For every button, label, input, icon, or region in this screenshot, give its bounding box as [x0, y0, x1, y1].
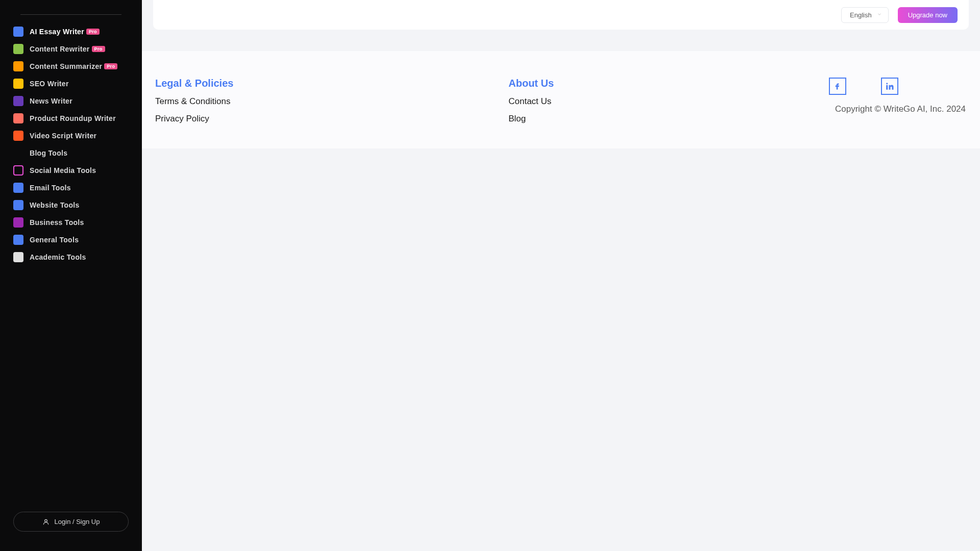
sidebar-item-business-tools[interactable]: Business Tools	[9, 214, 133, 231]
footer: Legal & Policies Terms & Conditions Priv…	[142, 51, 980, 148]
pro-badge: Pro	[86, 29, 100, 35]
sidebar-item-email-tools[interactable]: Email Tools	[9, 179, 133, 196]
email-icon	[13, 183, 23, 193]
main-content: English Upgrade now Legal & Policies Ter…	[142, 0, 980, 551]
sidebar-item-label: News Writer	[30, 97, 72, 105]
svg-point-2	[886, 83, 888, 84]
sidebar-item-academic-tools[interactable]: Academic Tools	[9, 248, 133, 266]
sidebar-item-label: Social Media Tools	[30, 166, 96, 174]
sidebar-item-seo-writer[interactable]: SEO Writer	[9, 75, 133, 92]
rewriter-icon	[13, 44, 23, 54]
footer-legal-heading: Legal & Policies	[155, 78, 233, 89]
footer-legal-column: Legal & Policies Terms & Conditions Priv…	[155, 78, 233, 124]
sidebar-item-ai-essay-writer[interactable]: AI Essay WriterPro	[9, 23, 133, 40]
svg-rect-1	[886, 85, 888, 90]
footer-right-column: Copyright © WriteGo AI, Inc. 2024	[829, 78, 966, 124]
sidebar-item-general-tools[interactable]: General Tools	[9, 231, 133, 248]
user-icon	[42, 518, 50, 525]
essay-icon	[13, 27, 23, 37]
seo-icon	[13, 79, 23, 89]
video-icon	[13, 131, 23, 141]
sidebar-footer: Login / Sign Up	[0, 512, 142, 551]
academic-icon	[13, 252, 23, 262]
footer-link-contact[interactable]: Contact Us	[508, 96, 554, 107]
copyright-text: Copyright © WriteGo AI, Inc. 2024	[835, 104, 966, 114]
upgrade-label: Upgrade now	[908, 11, 947, 19]
sidebar-item-label: Content Summarizer	[30, 62, 102, 70]
language-selector[interactable]: English	[841, 7, 889, 23]
sidebar-item-website-tools[interactable]: Website Tools	[9, 196, 133, 214]
language-selected: English	[850, 11, 872, 19]
footer-link-privacy[interactable]: Privacy Policy	[155, 114, 233, 124]
pro-badge: Pro	[92, 46, 105, 52]
upgrade-button[interactable]: Upgrade now	[898, 7, 958, 23]
sidebar-item-product-roundup-writer[interactable]: Product Roundup Writer	[9, 110, 133, 127]
sidebar-item-label: Academic Tools	[30, 253, 86, 261]
sidebar-item-label: Website Tools	[30, 201, 80, 209]
sidebar-divider	[20, 14, 121, 15]
news-icon	[13, 96, 23, 106]
sidebar-item-news-writer[interactable]: News Writer	[9, 92, 133, 110]
website-icon	[13, 200, 23, 210]
facebook-icon[interactable]	[829, 78, 846, 95]
sidebar-item-label: Blog Tools	[30, 149, 67, 157]
sidebar-item-video-script-writer[interactable]: Video Script Writer	[9, 127, 133, 144]
footer-about-column: About Us Contact Us Blog	[508, 78, 554, 124]
login-button[interactable]: Login / Sign Up	[13, 512, 129, 532]
linkedin-icon[interactable]	[881, 78, 898, 95]
footer-about-heading: About Us	[508, 78, 554, 89]
pro-badge: Pro	[104, 63, 117, 69]
sidebar-item-social-media-tools[interactable]: Social Media Tools	[9, 162, 133, 179]
summarizer-icon	[13, 61, 23, 71]
sidebar-item-label: AI Essay Writer	[30, 28, 84, 36]
footer-link-blog[interactable]: Blog	[508, 114, 554, 124]
blog-icon	[13, 148, 23, 158]
svg-point-0	[44, 519, 47, 522]
sidebar-item-label: Content Rewriter	[30, 45, 90, 53]
social-icons	[829, 78, 966, 95]
sidebar-item-blog-tools[interactable]: Blog Tools	[9, 144, 133, 162]
header-card: English Upgrade now	[153, 0, 969, 30]
product-icon	[13, 113, 23, 123]
sidebar-nav: AI Essay WriterProContent RewriterProCon…	[0, 23, 142, 512]
sidebar-item-content-rewriter[interactable]: Content RewriterPro	[9, 40, 133, 58]
chevron-down-icon	[877, 12, 882, 18]
sidebar: AI Essay WriterProContent RewriterProCon…	[0, 0, 142, 551]
sidebar-item-content-summarizer[interactable]: Content SummarizerPro	[9, 58, 133, 75]
sidebar-item-label: Email Tools	[30, 184, 71, 192]
sidebar-item-label: Video Script Writer	[30, 132, 96, 140]
sidebar-item-label: General Tools	[30, 236, 79, 244]
business-icon	[13, 217, 23, 228]
general-icon	[13, 235, 23, 245]
sidebar-item-label: Business Tools	[30, 218, 84, 227]
footer-link-terms[interactable]: Terms & Conditions	[155, 96, 233, 107]
social-icon	[13, 165, 23, 176]
sidebar-item-label: Product Roundup Writer	[30, 114, 116, 122]
sidebar-item-label: SEO Writer	[30, 80, 69, 88]
login-label: Login / Sign Up	[55, 518, 100, 525]
